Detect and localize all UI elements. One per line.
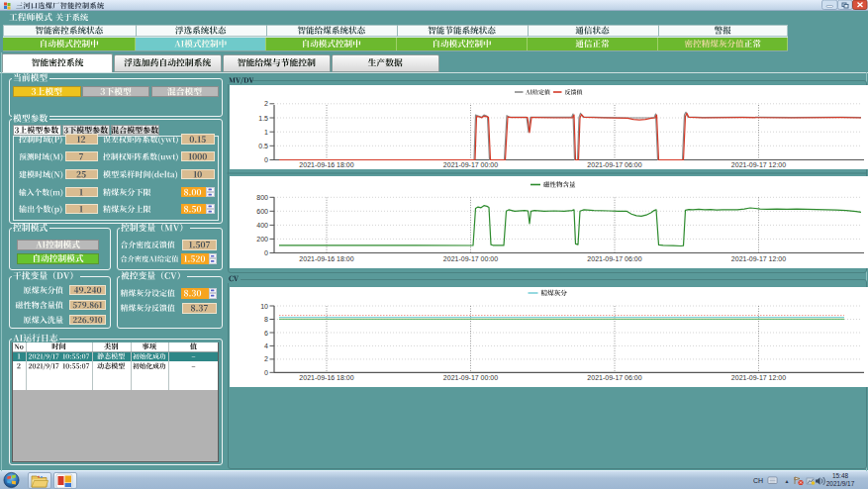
svg-text:400: 400 xyxy=(256,222,268,229)
svg-text:1.5: 1.5 xyxy=(258,115,268,122)
svg-text:1: 1 xyxy=(264,129,268,136)
svg-text:2: 2 xyxy=(264,355,268,362)
svg-text:2021-09-17 00:00: 2021-09-17 00:00 xyxy=(443,161,498,168)
svg-text:2021-09-17 06:00: 2021-09-17 06:00 xyxy=(587,255,641,262)
svg-text:15:48: 15:48 xyxy=(832,472,848,479)
svg-text:0: 0 xyxy=(264,156,268,163)
svg-text:0: 0 xyxy=(264,249,268,256)
svg-text:2021-09-17 00:00: 2021-09-17 00:00 xyxy=(443,374,498,381)
svg-text:4: 4 xyxy=(264,342,268,349)
svg-text:2021/9/17: 2021/9/17 xyxy=(826,480,855,487)
svg-text:2021-09-17 00:00: 2021-09-17 00:00 xyxy=(443,255,498,262)
svg-text:2021-09-17 12:00: 2021-09-17 12:00 xyxy=(731,374,786,381)
svg-text:CH: CH xyxy=(753,477,763,484)
svg-text:▲: ▲ xyxy=(785,478,790,484)
svg-text:0.5: 0.5 xyxy=(258,143,268,149)
svg-text:0: 0 xyxy=(264,369,268,376)
svg-text:600: 600 xyxy=(256,208,268,215)
svg-text:8: 8 xyxy=(264,316,268,323)
svg-text:6: 6 xyxy=(264,330,268,337)
svg-text:2: 2 xyxy=(264,100,268,107)
svg-text:200: 200 xyxy=(256,236,268,243)
svg-text:2021-09-17 12:00: 2021-09-17 12:00 xyxy=(731,255,786,262)
svg-text:2021-09-16 18:00: 2021-09-16 18:00 xyxy=(299,255,353,262)
svg-text:10: 10 xyxy=(260,303,268,310)
svg-text:2021-09-17 06:00: 2021-09-17 06:00 xyxy=(587,374,641,381)
svg-text:2021-09-17 12:00: 2021-09-17 12:00 xyxy=(731,161,786,168)
svg-text:2021-09-16 18:00: 2021-09-16 18:00 xyxy=(299,161,353,168)
svg-text:2021-09-17 06:00: 2021-09-17 06:00 xyxy=(587,161,641,168)
svg-text:800: 800 xyxy=(256,194,268,201)
svg-text:2021-09-16 18:00: 2021-09-16 18:00 xyxy=(299,374,353,381)
